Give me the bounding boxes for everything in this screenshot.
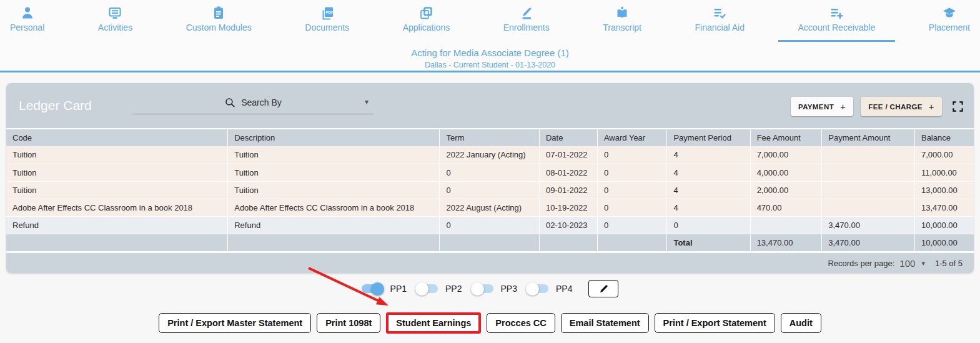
table-row[interactable]: Tuition Tuition 2022 January (Acting) 07… xyxy=(6,146,974,164)
cell-empty xyxy=(228,234,440,251)
search-by-dropdown[interactable]: Search By ▾ xyxy=(132,91,374,114)
total-balance: 10,000.00 xyxy=(914,234,974,251)
fee-charge-add-button[interactable]: FEE / CHARGE + xyxy=(861,97,942,116)
print-export-master-statement-button[interactable]: Print / Export Master Statement xyxy=(159,313,311,333)
audit-button[interactable]: Audit xyxy=(781,313,821,333)
nav-item-documents[interactable]: PDF Documents xyxy=(301,4,353,36)
column-header-date[interactable]: Date xyxy=(539,129,597,146)
cell-code: Tuition xyxy=(6,146,228,164)
cell-date: 10-19-2022 xyxy=(539,199,597,216)
cell-date: 02-10-2023 xyxy=(539,216,597,234)
nav-label: Financial Aid xyxy=(695,22,745,32)
toggle-pp2[interactable]: PP2 xyxy=(417,284,462,294)
column-header-code[interactable]: Code xyxy=(6,129,228,146)
toggle-pp4[interactable]: PP4 xyxy=(527,284,572,294)
nav-label: Applications xyxy=(403,22,450,32)
column-header-award-year[interactable]: Award Year xyxy=(597,129,667,146)
column-header-payment-amount[interactable]: Payment Amount xyxy=(822,129,915,146)
nav-item-enrollments[interactable]: Enrollments xyxy=(500,4,553,36)
toggle-label: PP2 xyxy=(445,284,462,294)
nav-item-account-receivable[interactable]: Account Receivable xyxy=(794,4,879,36)
nav-label: Custom Modules xyxy=(186,22,252,32)
cell-empty xyxy=(440,234,540,251)
records-per-page-value[interactable]: 100 xyxy=(899,258,915,269)
bottom-actions: Print / Export Master Statement Print 10… xyxy=(0,312,980,334)
column-header-term[interactable]: Term xyxy=(440,129,540,146)
cell-fee-amount: 4,000.00 xyxy=(750,164,822,181)
search-by-label: Search By xyxy=(241,97,282,107)
cell-payment-amount xyxy=(822,181,915,199)
table-row[interactable]: Refund Refund 0 02-10-2023 0 0 3,470.00 … xyxy=(6,216,974,234)
cell-date: 09-01-2022 xyxy=(539,181,597,199)
cell-payment-amount xyxy=(822,199,915,216)
cell-balance: 13,470.00 xyxy=(914,199,974,216)
toggle-thumb xyxy=(526,282,539,296)
column-header-payment-period[interactable]: Payment Period xyxy=(667,129,750,146)
toggle-switch-off[interactable] xyxy=(417,284,438,293)
svg-text:PDF: PDF xyxy=(325,11,333,14)
cell-payment-period: 0 xyxy=(667,216,750,234)
column-header-fee-amount[interactable]: Fee Amount xyxy=(750,129,822,146)
graduation-cap-icon xyxy=(941,4,958,21)
cell-term: 2022 January (Acting) xyxy=(440,146,540,164)
print-export-statement-button[interactable]: Print / Export Statement xyxy=(655,313,775,333)
chevron-down-icon[interactable]: ▾ xyxy=(921,259,925,267)
column-header-description[interactable]: Description xyxy=(228,129,440,146)
toggle-label: PP1 xyxy=(390,284,407,294)
nav-label: Placement xyxy=(929,22,970,32)
cell-description: Tuition xyxy=(228,164,440,181)
toggle-label: PP4 xyxy=(556,284,572,294)
cell-payment-period: 4 xyxy=(667,146,750,164)
cell-payment-amount xyxy=(822,146,915,164)
cell-term: 0 xyxy=(440,216,540,234)
table-total-row: Total 13,470.00 3,470.00 10,000.00 xyxy=(6,234,974,251)
nav-item-transcript[interactable]: Transcript xyxy=(599,4,645,36)
edit-payment-periods-button[interactable] xyxy=(588,280,618,297)
nav-label: Documents xyxy=(305,22,349,32)
plus-icon: + xyxy=(929,101,934,112)
toggle-thumb xyxy=(371,282,384,296)
cell-date: 07-01-2022 xyxy=(539,146,597,164)
chevron-down-icon: ▾ xyxy=(365,97,369,106)
toggle-pp1[interactable]: PP1 xyxy=(362,284,407,294)
cell-code: Tuition xyxy=(6,181,228,199)
cell-fee-amount xyxy=(750,216,822,234)
toggle-switch-off[interactable] xyxy=(472,284,493,293)
procces-cc-button[interactable]: Procces CC xyxy=(487,313,555,333)
nav-item-personal[interactable]: Personal xyxy=(6,4,48,36)
cell-term: 0 xyxy=(440,164,540,181)
toggle-switch-on[interactable] xyxy=(362,284,383,293)
total-label: Total xyxy=(667,234,750,251)
fullscreen-button[interactable] xyxy=(952,101,964,113)
nav-label: Activities xyxy=(98,22,132,32)
toggle-pp3[interactable]: PP3 xyxy=(472,284,517,294)
nav-item-custom-modules[interactable]: Custom Modules xyxy=(182,4,255,36)
pencil-icon xyxy=(599,284,608,294)
cell-balance: 13,000.00 xyxy=(914,181,974,199)
top-navigation: Personal Activities Custom Modules PDF D… xyxy=(0,0,980,36)
cell-award-year: 0 xyxy=(597,181,667,199)
nav-item-placement[interactable]: Placement xyxy=(925,4,974,36)
cell-payment-amount: 3,470.00 xyxy=(822,216,915,234)
table-row[interactable]: Adobe After Effects CC Classroom in a bo… xyxy=(6,199,974,216)
student-earnings-button[interactable]: Student Earnings xyxy=(386,312,481,334)
cell-payment-period: 4 xyxy=(667,199,750,216)
cell-empty xyxy=(597,234,667,251)
print-1098t-button[interactable]: Print 1098t xyxy=(317,313,380,333)
toggle-thumb xyxy=(471,282,484,296)
email-statement-button[interactable]: Email Statement xyxy=(561,313,649,333)
nav-item-applications[interactable]: Applications xyxy=(399,4,454,36)
person-icon xyxy=(20,4,35,21)
cell-payment-period: 4 xyxy=(667,181,750,199)
nav-item-activities[interactable]: Activities xyxy=(94,4,136,36)
table-row[interactable]: Tuition Tuition 0 08-01-2022 0 4 4,000.0… xyxy=(6,164,974,181)
cell-payment-amount xyxy=(822,164,915,181)
student-details: Dallas - Current Student - 01-13-2020 xyxy=(0,61,980,69)
table-row[interactable]: Tuition Tuition 0 09-01-2022 0 4 2,000.0… xyxy=(6,181,974,199)
nav-item-financial-aid[interactable]: Financial Aid xyxy=(691,4,748,36)
column-header-balance[interactable]: Balance xyxy=(914,129,974,146)
payment-add-button[interactable]: PAYMENT + xyxy=(791,97,853,116)
cell-award-year: 0 xyxy=(597,216,667,234)
toggle-switch-off[interactable] xyxy=(527,284,548,293)
pencil-underline-icon xyxy=(519,4,534,21)
